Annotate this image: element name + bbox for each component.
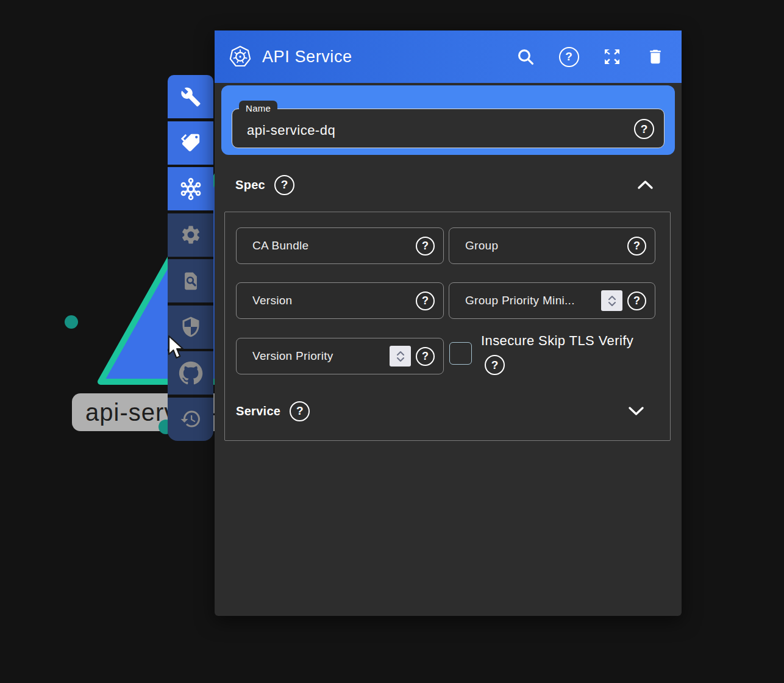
- stepper-down-icon[interactable]: [607, 301, 617, 307]
- group-label: Group: [465, 239, 622, 252]
- group-priority-minimum-field[interactable]: Group Priority Mini... ?: [449, 282, 655, 319]
- group-priority-minimum-label: Group Priority Mini...: [465, 294, 596, 307]
- name-field[interactable]: Name ?: [232, 109, 665, 148]
- stepper-up-icon[interactable]: [607, 295, 617, 301]
- version-priority-stepper number-stepper[interactable]: [390, 346, 411, 367]
- expand-icon: [602, 47, 622, 66]
- toolbar-button-preview: [168, 259, 213, 302]
- insecure-skip-tls-verify-help-icon[interactable]: ?: [485, 355, 505, 375]
- help-icon: ?: [559, 47, 579, 67]
- version-help-icon[interactable]: ?: [416, 291, 435, 310]
- toolbar-button-hub[interactable]: [168, 167, 213, 210]
- stepper-up-icon[interactable]: [396, 351, 405, 356]
- version-priority-help-icon[interactable]: ?: [416, 347, 435, 366]
- node-toolbar: [168, 75, 213, 441]
- file-search-icon: [180, 271, 201, 291]
- group-priority-help-icon[interactable]: ?: [627, 291, 646, 310]
- panel-header: API Service ?: [215, 30, 682, 83]
- toolbar-button-history: [168, 398, 213, 441]
- insecure-skip-tls-verify-label: Insecure Skip TLS Verify: [481, 333, 633, 349]
- canvas[interactable]: { "colors": { "canvas_bg": "#131313", "p…: [0, 0, 784, 683]
- spec-help-icon[interactable]: ?: [274, 175, 294, 195]
- version-priority-label: Version Priority: [252, 349, 385, 363]
- name-help-icon[interactable]: ?: [634, 119, 654, 139]
- gear-icon: [180, 224, 202, 246]
- search-icon: [516, 47, 535, 66]
- ca-bundle-help-icon[interactable]: ?: [416, 237, 435, 256]
- delete-button[interactable]: [645, 46, 666, 67]
- ca-bundle-label: CA Bundle: [252, 239, 411, 252]
- history-icon: [180, 408, 202, 430]
- delete-icon: [646, 48, 665, 66]
- resource-editor-panel: API Service ?: [215, 30, 682, 616]
- spec-section-header[interactable]: Spec ?: [235, 174, 294, 195]
- tags-icon: [180, 132, 201, 153]
- panel-title: API Service: [262, 48, 352, 66]
- spec-collapse-icon chevron-up-icon[interactable]: [637, 180, 654, 190]
- name-input[interactable]: [232, 109, 664, 148]
- service-section-header[interactable]: Service ?: [236, 401, 310, 421]
- node-left-handle[interactable]: [65, 315, 78, 329]
- expand-button[interactable]: [602, 46, 622, 67]
- search-button[interactable]: [515, 46, 536, 67]
- insecure-skip-tls-verify-checkbox[interactable]: [449, 342, 472, 365]
- service-section-title: Service: [236, 404, 280, 418]
- spec-section-title: Spec: [235, 178, 265, 192]
- ca-bundle-field[interactable]: CA Bundle ?: [236, 227, 444, 264]
- toolbar-button-tools[interactable]: [168, 75, 213, 118]
- service-expand-icon chevron-down-icon[interactable]: [628, 406, 644, 416]
- spec-fields-group: CA Bundle ? Group ? Version ? Group Prio…: [224, 212, 671, 441]
- toolbar-button-settings: [168, 213, 213, 257]
- wrench-icon: [180, 87, 201, 107]
- group-priority-stepper number-stepper[interactable]: [601, 290, 622, 311]
- group-help-icon[interactable]: ?: [627, 237, 646, 256]
- kubernetes-logo: [228, 45, 252, 69]
- toolbar-button-labels[interactable]: [168, 121, 213, 165]
- stepper-down-icon[interactable]: [396, 357, 405, 362]
- version-field[interactable]: Version ?: [236, 282, 444, 319]
- service-help-icon[interactable]: ?: [290, 401, 310, 421]
- version-priority-field[interactable]: Version Priority ?: [236, 338, 444, 374]
- metadata-section: Name ?: [221, 85, 675, 155]
- github-icon: [179, 361, 203, 385]
- group-field[interactable]: Group ?: [449, 227, 655, 264]
- hub-icon: [179, 177, 202, 201]
- mouse-cursor: [167, 335, 184, 360]
- version-label: Version: [252, 294, 411, 307]
- header-actions: ?: [515, 46, 666, 67]
- help-button[interactable]: ?: [558, 46, 579, 67]
